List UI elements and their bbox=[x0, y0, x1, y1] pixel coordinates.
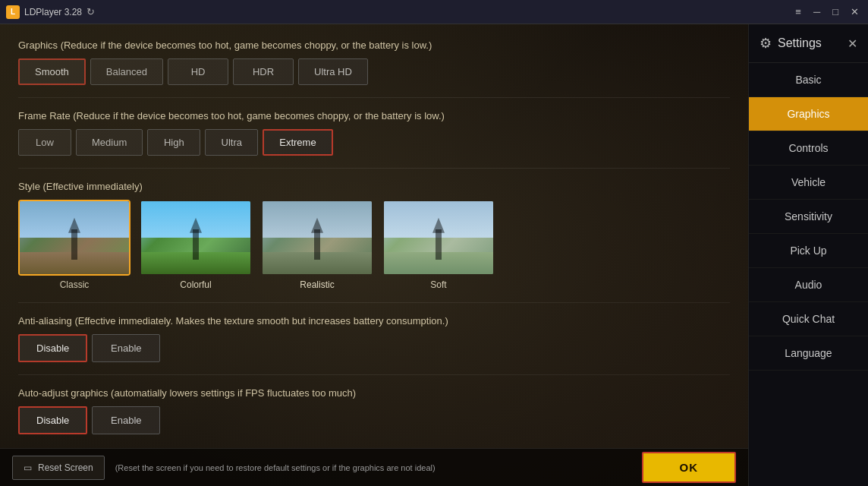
graphics-quality-label: Graphics (Reduce if the device becomes t… bbox=[18, 39, 730, 51]
style-grid: Classic Colorful bbox=[18, 200, 730, 290]
sidebar-item-controls[interactable]: Controls bbox=[749, 131, 868, 166]
settings-title: ⚙ Settings bbox=[760, 35, 822, 52]
tower-icon-realistic bbox=[314, 229, 320, 260]
maximize-icon[interactable]: □ bbox=[829, 6, 841, 17]
antialiasing-disable-btn[interactable]: Disable bbox=[18, 334, 87, 362]
autoadjust-enable-btn[interactable]: Enable bbox=[92, 406, 160, 434]
graphics-quality-section: Graphics (Reduce if the device becomes t… bbox=[18, 39, 730, 85]
sidebar-header: ⚙ Settings ✕ bbox=[749, 24, 868, 63]
reset-screen-icon: ▭ bbox=[24, 462, 32, 473]
app-title: LDPlayer 3.28 bbox=[24, 7, 82, 17]
autoadjust-label: Auto-adjust graphics (automatially lower… bbox=[18, 387, 730, 399]
fps-ultra-btn[interactable]: Ultra bbox=[205, 129, 258, 156]
gear-icon: ⚙ bbox=[760, 35, 772, 52]
sidebar-close-button[interactable]: ✕ bbox=[848, 36, 857, 51]
refresh-icon[interactable]: ↻ bbox=[86, 6, 95, 17]
antialiasing-section: Anti-aliasing (Effective immediately. Ma… bbox=[18, 315, 730, 362]
divider-1 bbox=[18, 97, 730, 98]
sidebar-item-pickup[interactable]: Pick Up bbox=[749, 234, 868, 268]
minimize-icon[interactable]: ─ bbox=[810, 6, 823, 17]
antialiasing-label: Anti-aliasing (Effective immediately. Ma… bbox=[18, 315, 730, 327]
sidebar: ⚙ Settings ✕ Basic Graphics Controls Veh… bbox=[748, 24, 868, 486]
app-logo: L bbox=[6, 5, 20, 19]
graphics-ultrahd-btn[interactable]: Ultra HD bbox=[298, 58, 368, 85]
tower-icon-colorful bbox=[193, 229, 199, 260]
sidebar-item-quickchat[interactable]: Quick Chat bbox=[749, 302, 868, 336]
antialiasing-buttons: Disable Enable bbox=[18, 334, 730, 362]
style-realistic-thumb bbox=[261, 200, 373, 276]
style-soft-label: Soft bbox=[382, 279, 495, 290]
graphics-balanced-btn[interactable]: Balanced bbox=[90, 58, 163, 85]
divider-4 bbox=[18, 374, 730, 375]
style-colorful[interactable]: Colorful bbox=[140, 200, 252, 290]
settings-title-text: Settings bbox=[778, 36, 822, 50]
graphics-smooth-btn[interactable]: Smooth bbox=[18, 58, 86, 85]
graphics-hdr-btn[interactable]: HDR bbox=[233, 58, 294, 85]
sidebar-item-language[interactable]: Language bbox=[749, 336, 868, 371]
fps-medium-btn[interactable]: Medium bbox=[76, 129, 143, 156]
main-layout: Graphics (Reduce if the device becomes t… bbox=[0, 24, 868, 486]
graphics-hd-btn[interactable]: HD bbox=[168, 58, 228, 85]
autoadjust-section: Auto-adjust graphics (automatially lower… bbox=[18, 387, 730, 434]
style-soft[interactable]: Soft bbox=[382, 200, 495, 290]
graphics-quality-buttons: Smooth Balanced HD HDR Ultra HD bbox=[18, 58, 730, 85]
autoadjust-buttons: Disable Enable bbox=[18, 406, 730, 434]
fps-extreme-btn[interactable]: Extreme bbox=[263, 129, 332, 156]
reset-screen-label: Reset Screen bbox=[38, 462, 93, 473]
sidebar-item-sensitivity[interactable]: Sensitivity bbox=[749, 200, 868, 234]
tower-icon-soft bbox=[436, 229, 442, 260]
style-realistic[interactable]: Realistic bbox=[261, 200, 373, 290]
style-colorful-label: Colorful bbox=[140, 279, 252, 290]
frame-rate-label: Frame Rate (Reduce if the device becomes… bbox=[18, 110, 730, 122]
sidebar-item-basic[interactable]: Basic bbox=[749, 63, 868, 97]
sidebar-item-audio[interactable]: Audio bbox=[749, 268, 868, 302]
style-classic-label: Classic bbox=[18, 279, 131, 290]
menu-icon[interactable]: ≡ bbox=[792, 6, 804, 17]
frame-rate-buttons: Low Medium High Ultra Extreme bbox=[18, 129, 730, 156]
content-area: Graphics (Reduce if the device becomes t… bbox=[0, 24, 748, 486]
fps-high-btn[interactable]: High bbox=[147, 129, 200, 156]
ok-button[interactable]: OK bbox=[642, 452, 737, 483]
fps-low-btn[interactable]: Low bbox=[18, 129, 71, 156]
tower-icon-classic bbox=[71, 229, 77, 260]
style-colorful-thumb bbox=[140, 200, 252, 276]
style-realistic-label: Realistic bbox=[261, 279, 373, 290]
style-label: Style (Effective immediately) bbox=[18, 181, 730, 192]
style-section: Style (Effective immediately) Classic bbox=[18, 181, 730, 290]
reset-screen-button[interactable]: ▭ Reset Screen bbox=[12, 456, 105, 480]
window-controls: ≡ ─ □ ✕ bbox=[792, 6, 862, 17]
bottom-bar: ▭ Reset Screen (Reset the screen if you … bbox=[0, 448, 748, 486]
style-soft-thumb bbox=[382, 200, 495, 276]
bottom-note: (Reset the screen if you need to restore… bbox=[115, 463, 642, 472]
divider-2 bbox=[18, 168, 730, 169]
sidebar-item-vehicle[interactable]: Vehicle bbox=[749, 166, 868, 200]
autoadjust-disable-btn[interactable]: Disable bbox=[18, 406, 87, 434]
style-classic-thumb bbox=[18, 200, 131, 276]
divider-3 bbox=[18, 302, 730, 303]
sidebar-item-graphics[interactable]: Graphics bbox=[749, 97, 868, 131]
frame-rate-section: Frame Rate (Reduce if the device becomes… bbox=[18, 110, 730, 156]
close-icon[interactable]: ✕ bbox=[848, 6, 862, 17]
antialiasing-enable-btn[interactable]: Enable bbox=[92, 334, 160, 362]
style-classic[interactable]: Classic bbox=[18, 200, 131, 290]
title-bar: L LDPlayer 3.28 ↻ ≡ ─ □ ✕ bbox=[0, 0, 868, 24]
